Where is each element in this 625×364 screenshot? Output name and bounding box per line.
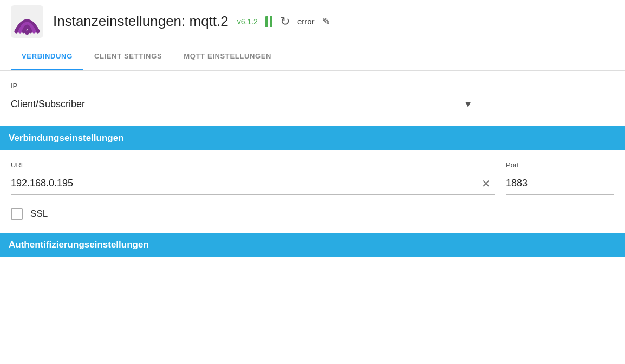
tab-client-settings[interactable]: CLIENT SETTINGS (83, 43, 173, 70)
header-controls: ↻ error ✎ (265, 15, 330, 29)
port-field-wrapper: Port (506, 161, 614, 195)
url-label: URL (11, 161, 495, 169)
auth-section-header: Authentifizierungseinstellungen (0, 233, 625, 257)
tab-bar: VERBINDUNG CLIENT SETTINGS MQTT EINSTELL… (0, 43, 625, 71)
tab-verbindung[interactable]: VERBINDUNG (11, 43, 83, 70)
ssl-label: SSL (30, 209, 48, 219)
page-title: Instanzeinstellungen: mqtt.2 (53, 13, 229, 30)
pause-button[interactable] (265, 16, 272, 27)
tab-mqtt-einstellungen[interactable]: MQTT EINSTELLUNGEN (173, 43, 282, 70)
port-label: Port (506, 161, 614, 169)
ip-select-wrapper: Client/Subscriber Server/Broker ▼ (11, 93, 477, 115)
url-input[interactable] (11, 172, 495, 195)
url-input-wrapper: ✕ (11, 172, 495, 195)
connection-section-header: Verbindungseinstellungen (0, 126, 625, 150)
url-port-row: URL ✕ Port (11, 161, 614, 195)
edit-button[interactable]: ✎ (322, 16, 330, 28)
pause-bar-right (270, 16, 272, 27)
ip-label: IP (11, 82, 614, 90)
url-clear-button[interactable]: ✕ (481, 177, 491, 190)
url-field-wrapper: URL ✕ (11, 161, 495, 195)
version-badge: v6.1.2 (237, 17, 258, 26)
svg-point-1 (25, 30, 29, 35)
ip-select[interactable]: Client/Subscriber Server/Broker (11, 93, 477, 115)
status-label: error (297, 17, 315, 26)
app-logo (11, 5, 43, 38)
main-content: IP Client/Subscriber Server/Broker ▼ Ver… (0, 71, 625, 268)
refresh-button[interactable]: ↻ (280, 15, 290, 29)
ssl-row: SSL (11, 208, 614, 220)
app-header: Instanzeinstellungen: mqtt.2 v6.1.2 ↻ er… (0, 0, 625, 43)
port-input[interactable] (506, 172, 614, 195)
ssl-checkbox[interactable] (11, 208, 23, 220)
pause-bar-left (265, 16, 268, 27)
